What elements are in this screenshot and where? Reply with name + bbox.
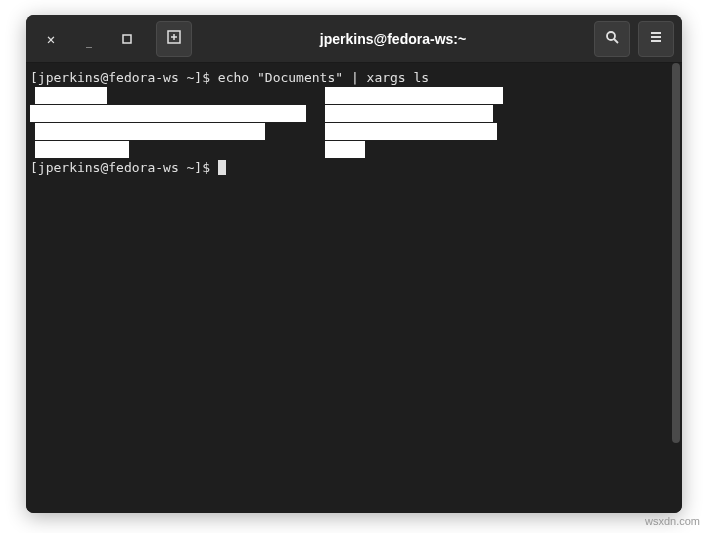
redacted-block [30,105,306,122]
shell-command: echo "Documents" | xargs ls [218,70,429,85]
redacted-block [35,87,107,104]
terminal-output-row [30,141,678,159]
watermark: wsxdn.com [645,515,700,527]
close-icon: ✕ [47,31,55,47]
menu-button[interactable] [638,21,674,57]
new-tab-button[interactable] [156,21,192,57]
maximize-icon [122,31,132,47]
redacted-block [35,123,265,140]
shell-prompt: [jperkins@fedora-ws ~]$ [30,160,218,175]
redacted-block [35,141,129,158]
titlebar-controls-left: ✕ _ [34,21,192,57]
close-button[interactable]: ✕ [34,22,68,56]
titlebar: ✕ _ jperkins@fedora-ws:~ [26,15,682,63]
shell-prompt: [jperkins@fedora-ws ~]$ [30,70,218,85]
terminal-line: [jperkins@fedora-ws ~]$ [30,159,678,177]
terminal-window: ✕ _ jperkins@fedora-ws:~ [26,15,682,513]
search-button[interactable] [594,21,630,57]
redacted-block [325,141,365,158]
terminal-output-row [30,123,678,141]
scrollbar[interactable] [672,63,680,443]
hamburger-icon [649,30,663,47]
svg-point-4 [607,32,615,40]
maximize-button[interactable] [110,22,144,56]
svg-rect-0 [123,35,131,43]
window-title: jperkins@fedora-ws:~ [200,31,586,47]
search-icon [605,30,619,47]
titlebar-controls-right [594,21,674,57]
minimize-button[interactable]: _ [72,22,106,56]
cursor [218,160,226,175]
terminal-output-row [30,87,678,105]
minimize-icon: _ [86,36,92,47]
redacted-block [325,105,493,122]
terminal-output-row [30,105,678,123]
terminal-line: [jperkins@fedora-ws ~]$ echo "Documents"… [30,69,678,87]
terminal-content[interactable]: [jperkins@fedora-ws ~]$ echo "Documents"… [26,63,682,513]
svg-line-5 [614,39,618,43]
new-tab-icon [167,30,181,47]
redacted-block [325,87,503,104]
redacted-block [325,123,497,140]
